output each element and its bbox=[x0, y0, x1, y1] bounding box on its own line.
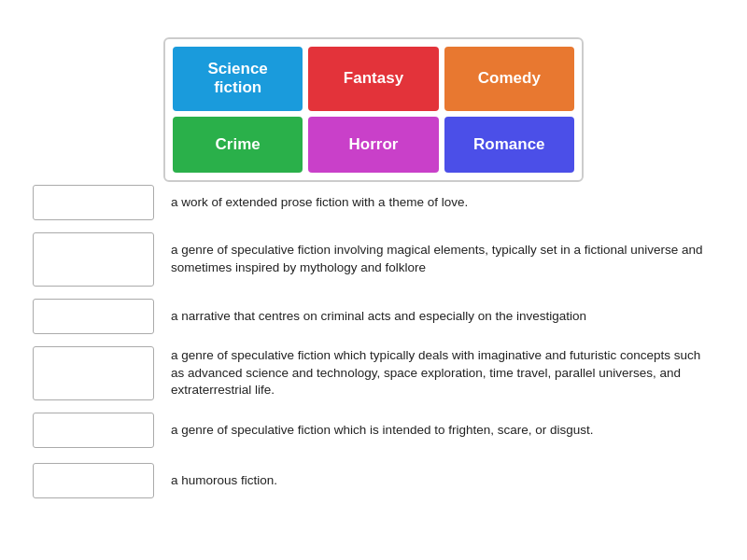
genre-btn-horror[interactable]: Horror bbox=[308, 117, 438, 173]
match-item-def-comedy: a humorous fiction. bbox=[33, 460, 714, 501]
match-text-def-fantasy: a genre of speculative fiction involving… bbox=[171, 242, 714, 277]
match-text-def-romance: a work of extended prose fiction with a … bbox=[171, 194, 468, 212]
match-text-def-crime: a narrative that centres on criminal act… bbox=[171, 308, 586, 326]
match-item-def-horror: a genre of speculative fiction which is … bbox=[33, 410, 714, 451]
genre-btn-crime[interactable]: Crime bbox=[173, 117, 303, 173]
match-box-def-horror[interactable] bbox=[33, 413, 154, 448]
match-item-def-fantasy: a genre of speculative fiction involving… bbox=[33, 232, 714, 287]
match-item-def-romance: a work of extended prose fiction with a … bbox=[33, 182, 714, 223]
match-box-def-fantasy[interactable] bbox=[33, 232, 154, 287]
match-box-def-romance[interactable] bbox=[33, 185, 154, 220]
match-text-def-scifi: a genre of speculative fiction which typ… bbox=[171, 347, 714, 400]
match-box-def-scifi[interactable] bbox=[33, 346, 154, 400]
genre-btn-fantasy[interactable]: Fantasy bbox=[308, 47, 438, 111]
match-box-def-crime[interactable] bbox=[33, 299, 154, 334]
match-item-def-scifi: a genre of speculative fiction which typ… bbox=[33, 346, 714, 400]
match-box-def-comedy[interactable] bbox=[33, 463, 154, 498]
genre-btn-comedy[interactable]: Comedy bbox=[444, 47, 574, 111]
match-text-def-horror: a genre of speculative fiction which is … bbox=[171, 422, 594, 440]
match-list: a work of extended prose fiction with a … bbox=[33, 182, 714, 501]
genre-grid: Science fictionFantasyComedyCrimeHorrorR… bbox=[163, 37, 584, 182]
match-item-def-crime: a narrative that centres on criminal act… bbox=[33, 296, 714, 337]
match-text-def-comedy: a humorous fiction. bbox=[171, 472, 277, 490]
genre-btn-romance[interactable]: Romance bbox=[444, 117, 574, 173]
genre-btn-science-fiction[interactable]: Science fiction bbox=[173, 47, 303, 111]
